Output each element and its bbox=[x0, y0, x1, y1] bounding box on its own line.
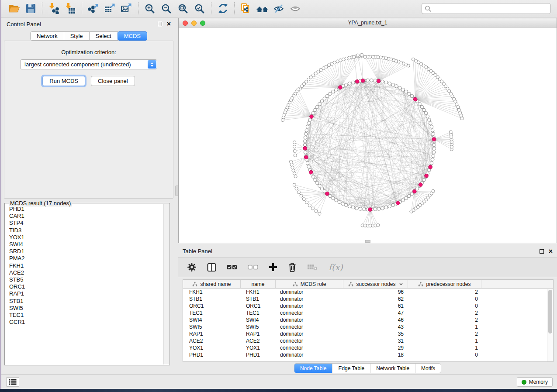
mcds-result-item[interactable]: STB5 bbox=[9, 276, 163, 283]
graph-leaf-node[interactable] bbox=[412, 58, 415, 61]
table-cell[interactable]: 1 bbox=[408, 338, 481, 344]
graph-mcds-node[interactable] bbox=[419, 183, 422, 187]
optimization-criterion-select[interactable]: largest connected component (undirected) bbox=[20, 59, 157, 69]
mcds-result-item[interactable]: TEC1 bbox=[9, 312, 163, 319]
open-file-icon[interactable] bbox=[6, 1, 22, 16]
graph-node[interactable] bbox=[432, 154, 435, 158]
graph-node[interactable] bbox=[432, 147, 436, 151]
graph-node[interactable] bbox=[304, 151, 307, 154]
graph-node[interactable] bbox=[348, 82, 351, 85]
mcds-result-item[interactable]: ACE2 bbox=[9, 269, 163, 276]
graph-node[interactable] bbox=[395, 85, 398, 88]
graph-leaf-node[interactable] bbox=[305, 201, 308, 204]
graph-node[interactable] bbox=[352, 81, 355, 84]
canvas-hscroll-thumb[interactable] bbox=[365, 240, 370, 243]
graph-node[interactable] bbox=[391, 203, 395, 207]
graph-node[interactable] bbox=[352, 206, 355, 209]
graph-node[interactable] bbox=[305, 129, 308, 132]
table-cell[interactable]: SWI5 bbox=[183, 324, 241, 330]
graph-node[interactable] bbox=[430, 125, 433, 129]
table-row[interactable]: SWI5SWI5connector431 bbox=[183, 323, 553, 330]
table-cell[interactable]: PHD1 bbox=[183, 352, 241, 358]
graph-leaf-node[interactable] bbox=[302, 198, 305, 201]
mcds-result-item[interactable]: STP4 bbox=[9, 220, 163, 227]
table-cell[interactable]: dominator bbox=[276, 289, 343, 295]
table-cell[interactable]: dominator bbox=[276, 331, 343, 337]
graph-node[interactable] bbox=[405, 90, 408, 93]
table-cell[interactable]: TEC1 bbox=[241, 310, 276, 316]
zoom-selected-icon[interactable] bbox=[191, 1, 208, 16]
graph-node[interactable] bbox=[315, 181, 319, 185]
close-table-panel-icon[interactable]: × bbox=[549, 249, 553, 254]
table-cell[interactable]: 1 bbox=[408, 324, 481, 330]
graph-node[interactable] bbox=[408, 92, 411, 96]
graph-mcds-node[interactable] bbox=[377, 79, 381, 83]
graph-node[interactable] bbox=[341, 202, 345, 206]
graph-node[interactable] bbox=[405, 196, 408, 200]
delete-row-icon[interactable] bbox=[288, 262, 297, 272]
graph-node[interactable] bbox=[307, 121, 311, 125]
graph-node[interactable] bbox=[428, 118, 431, 122]
graph-mcds-node[interactable] bbox=[413, 97, 417, 101]
graph-node[interactable] bbox=[355, 206, 359, 210]
table-cell[interactable]: 35 bbox=[343, 331, 408, 337]
graph-leaf-node[interactable] bbox=[290, 163, 293, 166]
clear-selection-icon[interactable] bbox=[248, 265, 258, 270]
table-cell[interactable]: SWI4 bbox=[241, 317, 276, 323]
column-header-MCDS-role[interactable]: MCDS role bbox=[276, 280, 343, 288]
graph-mcds-node[interactable] bbox=[304, 155, 308, 159]
export-table-icon[interactable] bbox=[102, 1, 118, 16]
graph-node[interactable] bbox=[398, 86, 401, 89]
table-cell[interactable]: 46 bbox=[343, 317, 408, 323]
table-cell[interactable]: 43 bbox=[343, 324, 408, 330]
graph-leaf-node[interactable] bbox=[339, 59, 342, 62]
graph-node[interactable] bbox=[318, 103, 322, 106]
graph-leaf-node[interactable] bbox=[318, 212, 321, 215]
tab-node-table[interactable]: Node Table bbox=[294, 364, 332, 373]
table-cell[interactable]: connector bbox=[276, 338, 343, 344]
graph-node[interactable] bbox=[329, 194, 332, 198]
table-cell[interactable]: connector bbox=[276, 345, 343, 351]
graph-mcds-node[interactable] bbox=[310, 115, 314, 119]
search-input[interactable] bbox=[432, 5, 548, 12]
table-row[interactable]: YOX1YOX1connector291 bbox=[183, 344, 553, 351]
table-cell[interactable]: ORC1 bbox=[241, 303, 276, 309]
table-row[interactable]: FKH1FKH1dominator962 bbox=[183, 289, 553, 296]
graph-node[interactable] bbox=[307, 165, 311, 168]
table-cell[interactable]: FKH1 bbox=[183, 289, 241, 295]
search-box[interactable] bbox=[422, 3, 551, 14]
float-window-icon[interactable] bbox=[158, 22, 162, 26]
graph-leaf-node[interactable] bbox=[293, 145, 296, 148]
graph-node[interactable] bbox=[401, 199, 405, 202]
graph-node[interactable] bbox=[306, 162, 309, 165]
table-cell[interactable]: 0 bbox=[408, 352, 481, 358]
table-cell[interactable]: dominator bbox=[276, 296, 343, 302]
show-all-icon[interactable] bbox=[287, 1, 304, 16]
graph-leaf-node[interactable] bbox=[449, 131, 452, 134]
graph-leaf-node[interactable] bbox=[311, 207, 314, 210]
graph-leaf-node[interactable] bbox=[292, 169, 295, 172]
column-header-predecessor-nodes[interactable]: predecessor nodes bbox=[408, 280, 481, 288]
graph-leaf-node[interactable] bbox=[293, 183, 296, 186]
graph-node[interactable] bbox=[363, 208, 366, 211]
graph-leaf-node[interactable] bbox=[297, 191, 300, 194]
table-cell[interactable]: FKH1 bbox=[241, 289, 276, 295]
apply-function-icon[interactable]: f(x) bbox=[329, 262, 343, 272]
network-canvas[interactable] bbox=[179, 28, 557, 243]
graph-node[interactable] bbox=[377, 207, 381, 211]
table-cell[interactable]: 0 bbox=[408, 296, 481, 302]
graph-node[interactable] bbox=[314, 178, 317, 182]
table-cell[interactable]: RAP1 bbox=[183, 331, 241, 337]
add-row-icon[interactable] bbox=[269, 263, 277, 272]
table-row[interactable]: RAP1RAP1dominator352 bbox=[183, 330, 553, 337]
graph-leaf-node[interactable] bbox=[345, 57, 348, 60]
mcds-result-item[interactable]: GCR1 bbox=[9, 319, 163, 326]
tab-network[interactable]: Network bbox=[30, 31, 64, 41]
table-scrollbar-thumb[interactable] bbox=[548, 290, 552, 334]
float-table-panel-icon[interactable] bbox=[540, 249, 544, 254]
graph-node[interactable] bbox=[311, 175, 315, 179]
graph-node[interactable] bbox=[422, 108, 426, 112]
table-cell[interactable]: 96 bbox=[343, 289, 408, 295]
graph-node[interactable] bbox=[303, 143, 307, 147]
table-cell[interactable]: STB1 bbox=[241, 296, 276, 302]
